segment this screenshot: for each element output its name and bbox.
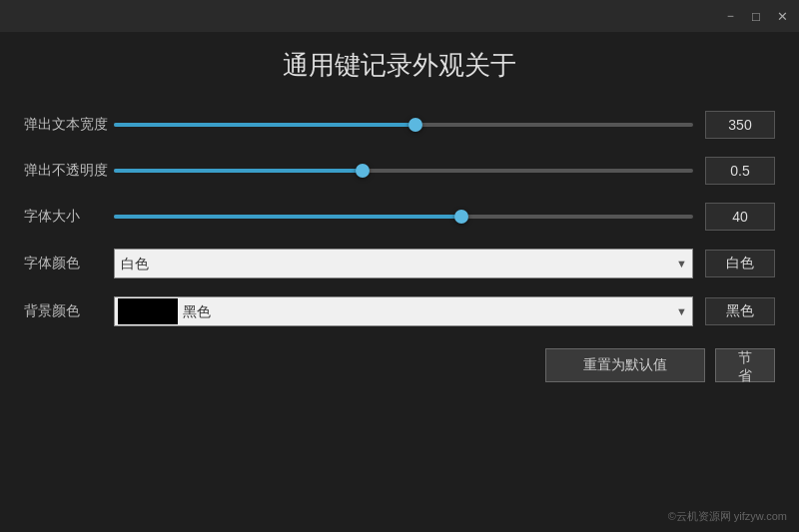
- main-content: 通用键记录外观关于 弹出文本宽度 弹出不透明度: [0, 32, 799, 532]
- select-wrapper-bg-color: 黑色白色透明: [114, 296, 693, 326]
- value-input-popup-width[interactable]: [705, 111, 775, 139]
- title-bar: － □ ✕: [0, 0, 799, 32]
- value-input-font-size[interactable]: [705, 203, 775, 231]
- row-font-color: 字体颜色 白色黑色红色蓝色: [24, 249, 775, 278]
- slider-wrapper-popup-opacity: [114, 160, 693, 182]
- save-button[interactable]: 节省: [715, 348, 775, 382]
- label-font-size: 字体大小: [24, 208, 114, 226]
- label-font-color: 字体颜色: [24, 255, 114, 272]
- label-bg-color: 背景颜色: [24, 302, 114, 320]
- page-title: 通用键记录外观关于: [24, 48, 775, 83]
- minimize-button[interactable]: －: [719, 5, 741, 27]
- text-value-font-color[interactable]: [705, 250, 775, 277]
- window-controls: － □ ✕: [719, 5, 793, 27]
- row-font-size: 字体大小: [24, 203, 775, 231]
- dropdown-bg-color[interactable]: 黑色白色透明: [114, 296, 693, 326]
- label-popup-width: 弹出文本宽度: [24, 116, 114, 134]
- label-popup-opacity: 弹出不透明度: [24, 162, 114, 180]
- watermark: ©云机资源网 yifzyw.com: [668, 509, 787, 524]
- maximize-button[interactable]: □: [745, 5, 767, 27]
- close-button[interactable]: ✕: [771, 5, 793, 27]
- value-input-popup-opacity[interactable]: [705, 157, 775, 185]
- row-bg-color: 背景颜色 黑色白色透明: [24, 296, 775, 326]
- slider-wrapper-popup-width: [114, 114, 693, 136]
- text-value-bg-color[interactable]: [705, 297, 775, 325]
- reset-button[interactable]: 重置为默认值: [545, 348, 705, 382]
- row-popup-width: 弹出文本宽度: [24, 111, 775, 139]
- slider-wrapper-font-size: [114, 206, 693, 228]
- color-swatch-bg-color: [118, 298, 178, 324]
- buttons-row: 重置为默认值 节省: [24, 348, 775, 382]
- row-popup-opacity: 弹出不透明度: [24, 157, 775, 185]
- dropdown-font-color[interactable]: 白色黑色红色蓝色: [114, 249, 693, 278]
- select-wrapper-font-color: 白色黑色红色蓝色: [114, 249, 693, 278]
